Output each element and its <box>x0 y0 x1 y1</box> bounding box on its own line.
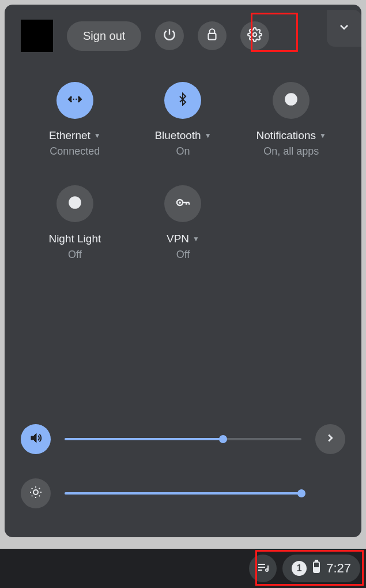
volume-row <box>21 424 345 454</box>
bluetooth-icon-circle <box>164 82 201 119</box>
caret-down-icon: ▼ <box>205 132 212 140</box>
taskbar: 1 7:27 <box>0 549 366 588</box>
caret-down-icon: ▼ <box>319 132 326 140</box>
chevron-down-icon <box>337 20 351 36</box>
header-row: Sign out <box>21 16 345 52</box>
music-queue-icon <box>256 560 270 576</box>
toggle-ethernet[interactable]: Ethernet▼Connected <box>21 82 129 158</box>
brightness-row <box>21 478 345 508</box>
avatar[interactable] <box>21 20 53 52</box>
svg-point-12 <box>33 490 38 495</box>
power-icon <box>162 27 177 44</box>
toggle-bluetooth[interactable]: Bluetooth▼On <box>129 82 237 158</box>
brightness-slider[interactable] <box>65 492 301 495</box>
svg-point-2 <box>73 99 74 100</box>
chevron-right-icon <box>324 432 337 447</box>
svg-rect-17 <box>315 560 318 562</box>
clock-time: 7:27 <box>326 561 351 576</box>
toggle-status: Connected <box>50 145 100 158</box>
notifications-icon <box>284 92 299 109</box>
nightlight-icon-circle <box>56 185 93 222</box>
ethernet-icon <box>67 91 83 110</box>
svg-point-8 <box>179 201 182 204</box>
quick-toggles-grid: Ethernet▼ConnectedBluetooth▼OnNotificati… <box>21 82 345 261</box>
toggle-label: Ethernet <box>49 129 90 142</box>
audio-settings-button[interactable] <box>315 424 345 454</box>
lock-icon <box>205 27 220 44</box>
lock-button[interactable] <box>198 21 227 50</box>
status-tray[interactable]: 1 7:27 <box>282 555 360 582</box>
svg-point-1 <box>253 33 257 37</box>
toggle-status: Off <box>176 249 190 261</box>
toggle-label-row: VPN▼ <box>167 233 199 245</box>
toggle-label-row: Night Light <box>48 233 101 245</box>
toggle-label: Bluetooth <box>154 129 201 142</box>
volume-slider[interactable] <box>65 438 301 440</box>
sign-out-button[interactable]: Sign out <box>67 21 141 51</box>
svg-rect-18 <box>315 568 318 571</box>
toggle-nightlight[interactable]: Night LightOff <box>21 185 129 261</box>
bluetooth-icon <box>176 92 190 108</box>
vpn-icon-circle <box>164 185 201 222</box>
toggle-label: Night Light <box>48 233 101 245</box>
volume-icon <box>29 431 43 447</box>
toggle-label-row: Bluetooth▼ <box>154 129 211 142</box>
settings-button[interactable] <box>240 21 269 50</box>
toggle-status: Off <box>68 249 82 261</box>
collapse-button[interactable] <box>327 10 361 47</box>
svg-point-3 <box>76 99 77 100</box>
toggle-status: On, all apps <box>263 145 319 158</box>
ethernet-icon-circle <box>56 82 93 119</box>
toggle-label-row: Notifications▼ <box>256 129 326 142</box>
quick-settings-panel: Sign out Ethernet▼ConnectedBluetooth▼OnN… <box>5 5 361 537</box>
gear-icon <box>247 27 262 44</box>
battery-icon <box>312 560 320 577</box>
power-button[interactable] <box>155 21 184 50</box>
toggle-notifications[interactable]: Notifications▼On, all apps <box>237 82 345 158</box>
svg-rect-0 <box>209 33 216 40</box>
vpn-icon <box>174 194 191 214</box>
toggle-label-row: Ethernet▼ <box>49 129 101 142</box>
notifications-icon-circle <box>273 82 310 119</box>
brightness-icon <box>29 485 43 501</box>
brightness-button[interactable] <box>21 478 51 508</box>
toggle-label: VPN <box>167 233 189 245</box>
media-controls-button[interactable] <box>249 555 277 582</box>
caret-down-icon: ▼ <box>193 235 199 243</box>
notification-badge: 1 <box>292 561 307 576</box>
toggle-label: Notifications <box>256 129 316 142</box>
nightlight-icon <box>67 195 82 212</box>
toggle-status: On <box>176 145 190 158</box>
sliders-section <box>21 424 345 526</box>
toggle-vpn[interactable]: VPN▼Off <box>129 185 237 261</box>
caret-down-icon: ▼ <box>94 132 101 140</box>
volume-button[interactable] <box>21 424 51 454</box>
